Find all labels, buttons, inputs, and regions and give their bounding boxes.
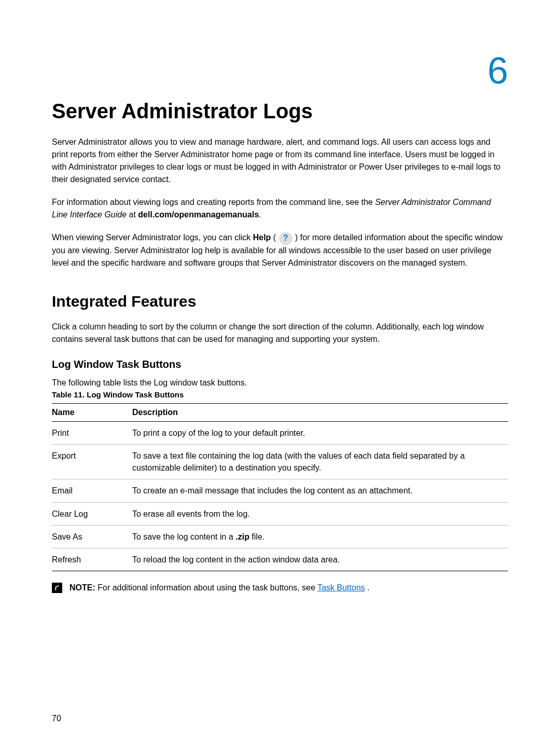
- table-cell-desc-bold: .zip: [235, 532, 249, 541]
- note-body: For additional information about using t…: [95, 583, 317, 592]
- table-intro-text: The following table lists the Log window…: [52, 378, 508, 388]
- table-row: Save As To save the log content in a .zi…: [52, 525, 508, 548]
- page-number: 70: [52, 714, 61, 723]
- para3-close-paren: ): [293, 233, 300, 242]
- table-cell-name: Print: [52, 421, 132, 444]
- log-window-task-buttons-heading: Log Window Task Buttons: [52, 359, 508, 370]
- table-header-name: Name: [52, 403, 132, 421]
- task-buttons-table: Name Description Print To print a copy o…: [52, 403, 508, 571]
- table-cell-desc: To erase all events from the log.: [132, 502, 508, 525]
- table-cell-desc-pre: To save the log content in a: [132, 532, 235, 541]
- table-cell-desc: To print a copy of the log to your defau…: [132, 421, 508, 444]
- integrated-features-paragraph: Click a column heading to sort by the co…: [52, 321, 508, 346]
- table-cell-desc: To reload the log content in the action …: [132, 548, 508, 571]
- note-link[interactable]: Task Buttons: [317, 583, 365, 592]
- table-cell-name: Refresh: [52, 548, 132, 571]
- intro-paragraph-2: For information about viewing logs and c…: [52, 196, 508, 221]
- table-cell-desc: To save a text file containing the log d…: [132, 444, 508, 479]
- table-cell-name: Clear Log: [52, 502, 132, 525]
- intro-paragraph-3: When viewing Server Administrator logs, …: [52, 231, 508, 269]
- table-row: Export To save a text file containing th…: [52, 444, 508, 479]
- table-header-row: Name Description: [52, 403, 508, 421]
- table-caption: Table 11. Log Window Task Buttons: [52, 390, 508, 399]
- note-text: NOTE: For additional information about u…: [69, 582, 370, 594]
- para2-prefix: For information about viewing logs and c…: [52, 198, 375, 206]
- table-header-description: Description: [132, 403, 508, 421]
- chapter-number: 6: [52, 52, 508, 89]
- help-icon: ?: [279, 232, 292, 244]
- table-row: Print To print a copy of the log to your…: [52, 421, 508, 444]
- para2-suffix: .: [259, 210, 261, 219]
- para2-at: at: [127, 210, 138, 219]
- para2-bold: dell.com/openmanagemanuals: [138, 210, 259, 219]
- para3-pre: When viewing Server Administrator logs, …: [52, 233, 253, 242]
- table-cell-desc: To save the log content in a .zip file.: [132, 525, 508, 548]
- note-block: NOTE: For additional information about u…: [52, 582, 508, 594]
- table-cell-desc: To create an e-mail message that include…: [132, 479, 508, 502]
- table-cell-desc-post: file.: [249, 532, 264, 541]
- table-cell-name: Export: [52, 444, 132, 479]
- table-cell-name: Email: [52, 479, 132, 502]
- note-icon: [52, 583, 62, 593]
- section-integrated-features-heading: Integrated Features: [52, 293, 508, 310]
- page-title: Server Administrator Logs: [52, 100, 508, 123]
- note-suffix: .: [365, 583, 370, 592]
- para3-help-bold: Help: [253, 233, 271, 242]
- intro-paragraph-1: Server Administrator allows you to view …: [52, 136, 508, 186]
- table-row: Refresh To reload the log content in the…: [52, 548, 508, 571]
- table-row: Clear Log To erase all events from the l…: [52, 502, 508, 525]
- table-cell-name: Save As: [52, 525, 132, 548]
- para3-open-paren: (: [271, 233, 278, 242]
- note-label: NOTE:: [69, 583, 95, 592]
- table-row: Email To create an e-mail message that i…: [52, 479, 508, 502]
